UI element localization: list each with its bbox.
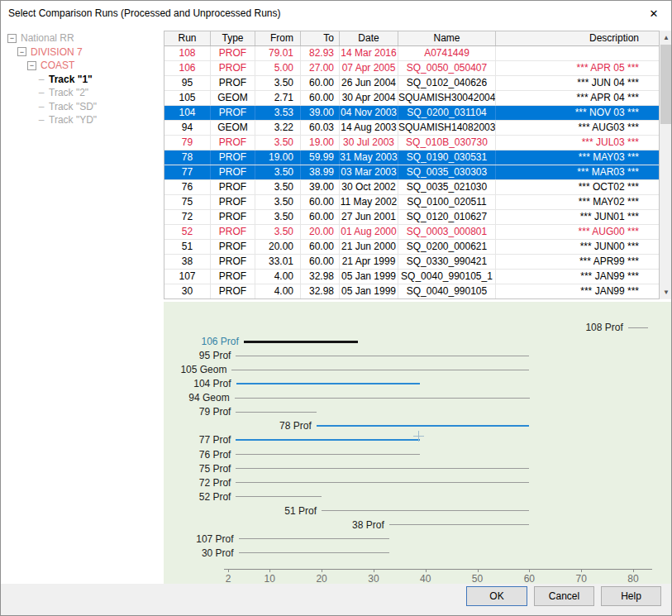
cell-to: 39.00 bbox=[301, 180, 340, 194]
cell-run: 51 bbox=[164, 240, 211, 254]
tree-item[interactable]: −DIVISION 7 bbox=[1, 45, 164, 60]
chart-tick-label: 80 bbox=[621, 573, 646, 585]
ok-button[interactable]: OK bbox=[466, 586, 527, 606]
cell-to: 32.98 bbox=[301, 270, 340, 284]
chart-run-line[interactable] bbox=[236, 412, 316, 413]
chart-run-line[interactable] bbox=[244, 341, 358, 343]
cell-from: 3.22 bbox=[255, 121, 301, 135]
scrollbar-thumb[interactable] bbox=[660, 45, 672, 124]
table-row[interactable]: 105GEOM2.7160.0030 Apr 2004SQUAMISH30042… bbox=[164, 91, 659, 106]
cell-from: 4.00 bbox=[255, 270, 301, 284]
chart-run-line[interactable] bbox=[235, 398, 530, 399]
cell-to: 60.00 bbox=[301, 195, 340, 209]
table-row[interactable]: 51PROF20.0060.0021 Jun 2000SQ_0200_00062… bbox=[164, 240, 659, 255]
cell-name: SQ_0040_990105 bbox=[398, 284, 496, 298]
table-row[interactable]: 104PROF3.5339.0004 Nov 2003SQ_0200_03110… bbox=[164, 106, 659, 121]
scrollbar-down-button[interactable]: ▼ bbox=[660, 285, 672, 299]
cell-to: 60.00 bbox=[301, 76, 340, 90]
cell-run: 75 bbox=[164, 195, 211, 209]
chart-run-line[interactable] bbox=[239, 538, 389, 539]
cell-run: 77 bbox=[164, 165, 211, 179]
cell-type: PROF bbox=[211, 46, 255, 60]
tree-item-label: DIVISION 7 bbox=[31, 46, 83, 58]
chart-run-line[interactable] bbox=[239, 552, 389, 553]
scroll-up-arrow-icon: ▲ bbox=[663, 34, 670, 41]
track-tree: −National RR−DIVISION 7−COAST–Track "1"–… bbox=[1, 26, 164, 584]
cancel-button[interactable]: Cancel bbox=[534, 586, 594, 606]
tree-item[interactable]: −COAST bbox=[1, 59, 164, 73]
chart-run-line[interactable] bbox=[236, 383, 421, 384]
tree-expander-minus-icon[interactable]: − bbox=[7, 34, 17, 43]
cell-to: 60.00 bbox=[301, 240, 340, 254]
cell-desc: *** OCT02 *** bbox=[496, 180, 659, 194]
table-row[interactable]: 76PROF3.5039.0030 Oct 2002SQ_0035_021030… bbox=[164, 180, 659, 195]
cell-name: SQ_0035_030303 bbox=[398, 165, 496, 179]
scrollbar-up-button[interactable]: ▲ bbox=[660, 31, 672, 45]
cell-desc: *** MAY03 *** bbox=[496, 150, 659, 165]
chart-run-line[interactable] bbox=[322, 510, 529, 511]
chart-run-line[interactable] bbox=[236, 439, 420, 441]
cell-to: 60.00 bbox=[301, 255, 340, 269]
table-row[interactable]: 77PROF3.5038.9903 Mar 2003SQ_0035_030303… bbox=[164, 165, 659, 180]
cell-name: SQ_0035_021030 bbox=[398, 180, 496, 194]
tree-item[interactable]: –Track "1" bbox=[1, 73, 164, 87]
tree-item[interactable]: –Track "2" bbox=[1, 86, 164, 100]
cell-from: 2.71 bbox=[255, 91, 301, 105]
cell-from: 3.50 bbox=[255, 225, 301, 239]
chart-run-line[interactable] bbox=[628, 327, 649, 328]
cell-name: SQ_0190_030531 bbox=[398, 150, 496, 165]
chart-run-line[interactable] bbox=[236, 468, 529, 469]
help-button[interactable]: Help bbox=[601, 586, 661, 606]
tree-item[interactable]: −National RR bbox=[1, 31, 164, 45]
tree-expander-minus-icon[interactable]: − bbox=[17, 47, 26, 56]
chart-run-line[interactable] bbox=[236, 454, 420, 455]
chart-run-line[interactable] bbox=[236, 356, 529, 356]
table-row[interactable]: 107PROF4.0032.9805 Jan 1999SQ_0040_99010… bbox=[164, 270, 659, 284]
chart-tick-label: 2 bbox=[216, 573, 241, 585]
table-row[interactable]: 52PROF3.5020.0001 Aug 2000SQ_0003_000801… bbox=[164, 225, 659, 240]
runs-coverage-chart: 108 Prof106 Prof95 Prof105 Geom104 Prof9… bbox=[164, 302, 672, 584]
chart-axis-tick bbox=[633, 569, 634, 572]
cell-desc: *** JUN 04 *** bbox=[496, 76, 659, 90]
table-row[interactable]: 30PROF4.0032.9805 Jan 1999SQ_0040_990105… bbox=[164, 284, 659, 299]
cell-date: 30 Jul 2003 bbox=[340, 136, 398, 150]
column-header-run: Run bbox=[164, 31, 211, 45]
cell-to: 27.00 bbox=[301, 61, 340, 75]
chart-axis-tick bbox=[581, 569, 582, 572]
chart-run-line[interactable] bbox=[236, 482, 529, 483]
column-header-description: Description bbox=[496, 31, 659, 45]
table-row[interactable]: 94GEOM3.2260.0314 Aug 2003SQUAMISH140820… bbox=[164, 121, 659, 136]
cell-from: 20.00 bbox=[255, 240, 301, 254]
chart-run-line[interactable] bbox=[231, 370, 529, 370]
chart-run-label: 77 Prof bbox=[155, 433, 231, 446]
tree-item[interactable]: –Track "YD" bbox=[1, 113, 164, 127]
table-vertical-scrollbar[interactable]: ▲ ▼ bbox=[660, 31, 672, 299]
chart-axis-tick bbox=[426, 569, 427, 572]
tree-expander-minus-icon[interactable]: − bbox=[27, 61, 36, 70]
table-row[interactable]: 95PROF3.5060.0026 Jun 2004SQ_0102_040626… bbox=[164, 76, 659, 91]
tree-item[interactable]: –Track "SD" bbox=[1, 100, 164, 114]
cell-run: 94 bbox=[164, 121, 211, 135]
chart-tick-label: 50 bbox=[465, 573, 490, 585]
chart-run-line[interactable] bbox=[317, 425, 529, 427]
table-row[interactable]: 38PROF33.0160.0021 Apr 1999SQ_0330_99042… bbox=[164, 255, 659, 270]
table-row[interactable]: 72PROF3.5060.0027 Jun 2001SQ_0120_010627… bbox=[164, 210, 659, 225]
chart-run-label: 30 Prof bbox=[158, 547, 234, 560]
table-row[interactable]: 108PROF79.0182.9314 Mar 2016A0741449 bbox=[164, 46, 659, 61]
table-row[interactable]: 79PROF3.5019.0030 Jul 2003SQ_010B_030730… bbox=[164, 136, 659, 150]
chart-run-line[interactable] bbox=[236, 496, 322, 497]
cell-type: PROF bbox=[211, 106, 255, 120]
table-row[interactable]: 78PROF19.0059.9931 May 2003SQ_0190_03053… bbox=[164, 150, 659, 165]
cell-type: PROF bbox=[211, 210, 255, 224]
table-row[interactable]: 106PROF5.0027.0007 Apr 2005SQ_0050_05040… bbox=[164, 61, 659, 76]
table-row[interactable]: 75PROF3.5060.0011 May 2002SQ_0100_020511… bbox=[164, 195, 659, 210]
chart-run-label: 79 Prof bbox=[155, 405, 231, 418]
cell-type: PROF bbox=[211, 284, 255, 298]
cell-from: 3.50 bbox=[255, 210, 301, 224]
cell-date: 30 Oct 2002 bbox=[340, 180, 398, 194]
cell-name: SQ_0050_050407 bbox=[398, 61, 496, 75]
cell-type: PROF bbox=[211, 225, 255, 239]
runs-table: RunTypeFromToDateNameDescription 108PROF… bbox=[164, 31, 660, 299]
close-button[interactable]: ✕ bbox=[637, 2, 670, 25]
chart-run-line[interactable] bbox=[389, 524, 530, 525]
